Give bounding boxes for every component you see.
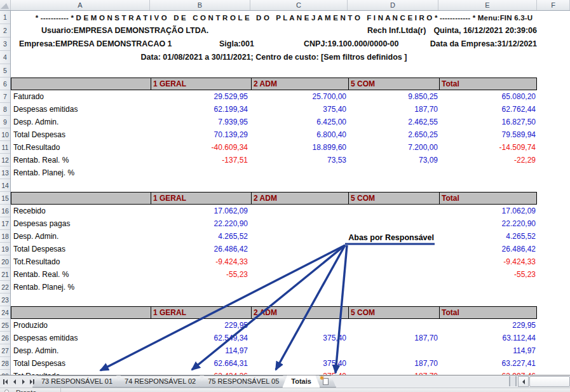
report-cell-value: 63.112,44	[440, 332, 536, 344]
usuario-text: Usuario:EMPRESA DEMONSTRAÇÃO LTDA.	[41, 24, 208, 37]
report-cell-value: 25.700,00	[251, 90, 346, 103]
row-header-7[interactable]: 7	[0, 90, 10, 103]
sheet-tab-75-responsável-05[interactable]: 75 RESPONSÁVEL 05	[199, 375, 288, 388]
report-cell-value: 187,70	[343, 103, 438, 116]
report-cell-value: 6.800,40	[251, 128, 346, 141]
row-header-6[interactable]: 6	[0, 78, 10, 90]
row-header-19[interactable]: 19	[0, 243, 10, 255]
row-header-15[interactable]: 15	[0, 192, 10, 205]
row-header-1[interactable]: 1	[0, 11, 10, 24]
row-header-11[interactable]: 11	[0, 141, 10, 154]
column-header-strip: ABCDEF	[0, 0, 570, 11]
row-header-14[interactable]: 14	[0, 179, 10, 192]
tab-scroll-splitter[interactable]	[509, 376, 517, 386]
block-header-label: Total	[439, 193, 538, 204]
row-header-12[interactable]: 12	[0, 154, 10, 166]
report-row-label: Despesas emitidas	[13, 103, 78, 116]
row-header-3[interactable]: 3	[0, 37, 10, 51]
report-cell-value: 22.220,90	[153, 217, 248, 230]
rech-text: Rech Inf.Ltda(r)	[367, 24, 426, 37]
block-header-label: 2 ADM	[251, 78, 348, 90]
report-cell-value: 62.997,46	[440, 370, 536, 375]
report-cell-value: 16.827,50	[440, 116, 536, 128]
report-cell-value: 6.425,00	[251, 116, 346, 128]
row-header-2[interactable]: 2	[0, 24, 10, 37]
row-header-20[interactable]: 20	[0, 255, 10, 268]
row-header-5[interactable]: 5	[0, 64, 10, 78]
hscroll-left-arrow[interactable]	[518, 376, 529, 387]
report-cell-value: 375,40	[251, 103, 346, 116]
report-cell-value: -137,51	[153, 154, 248, 166]
report-cell-value: 9.850,25	[343, 90, 438, 103]
macro-record-icon[interactable]	[4, 389, 9, 392]
row-header-9[interactable]: 9	[0, 116, 10, 128]
report-row-label: Total Despesas	[13, 128, 65, 141]
row-header-8[interactable]: 8	[0, 103, 10, 116]
report-cell-value: 375,40	[251, 370, 346, 375]
row-header-28[interactable]: 28	[0, 357, 10, 370]
column-header-F[interactable]: F	[537, 0, 570, 10]
row-header-13[interactable]: 13	[0, 166, 10, 179]
report-row-label: Total Despesas	[13, 357, 65, 370]
prev-sheet-button[interactable]	[10, 377, 18, 386]
report-cell-value: 187,70	[343, 357, 438, 370]
insert-star-icon: ✱	[320, 375, 325, 381]
sheet-grid[interactable]: * ----------- * D E M O N S T R A T I V …	[11, 11, 570, 375]
sigla-text: Sigla:001	[219, 37, 254, 51]
block-header-label: 2 ADM	[251, 307, 348, 318]
row-header-25[interactable]: 25	[0, 319, 10, 332]
report-cell-value: 22.220,90	[440, 217, 536, 230]
column-header-E[interactable]: E	[438, 0, 537, 10]
report-cell-value: 375,40	[251, 332, 346, 344]
row-header-29[interactable]: 29	[0, 370, 10, 375]
select-all-corner[interactable]	[0, 0, 11, 10]
report-cell-value: 229,95	[153, 319, 248, 332]
row-header-4[interactable]: 4	[0, 51, 10, 64]
report-title: * ----------- * D E M O N S T R A T I V …	[11, 11, 557, 25]
row-header-16[interactable]: 16	[0, 205, 10, 217]
report-row-label: Desp. Admin.	[13, 344, 58, 357]
column-header-B[interactable]: B	[150, 0, 250, 10]
row-header-22[interactable]: 22	[0, 281, 10, 294]
row-header-strip: 1234567891011121314151617181920212223242…	[0, 11, 11, 375]
column-header-C[interactable]: C	[250, 0, 348, 10]
row-header-24[interactable]: 24	[0, 306, 10, 319]
status-divider	[60, 388, 61, 392]
report-cell-value: 17.062,09	[153, 205, 248, 217]
sheet-tab-74-responsável-02[interactable]: 74 RESPONSÁVEL 02	[116, 375, 205, 388]
report-row-label: Total Despesas	[13, 243, 65, 255]
row-header-10[interactable]: 10	[0, 128, 10, 141]
row-header-21[interactable]: 21	[0, 268, 10, 281]
report-row-label: Rentab. Real. %	[13, 268, 69, 281]
block-header-label: 1 GERAL	[151, 193, 251, 204]
row-header-26[interactable]: 26	[0, 332, 10, 344]
report-row-label: Desp. Admin.	[13, 230, 58, 243]
report-cell-value: 18.899,60	[251, 141, 346, 154]
spreadsheet-window: ABCDEF 123456789101112131415161718192021…	[0, 0, 570, 392]
first-sheet-button[interactable]	[1, 377, 10, 386]
data-empresa-text: Data da Empresa:31/12/2021	[430, 37, 537, 51]
block-header-label: 5 COM	[348, 307, 439, 318]
sheet-tab-73-responsável-01[interactable]: 73 RESPONSÁVEL 01	[32, 375, 121, 388]
column-header-D[interactable]: D	[348, 0, 438, 10]
report-row-label: Tot.Resultado	[13, 255, 60, 268]
report-row-label: Rentab. Planej. %	[13, 281, 74, 294]
left-arrow-icon	[522, 379, 525, 384]
report-cell-value: 62.762,44	[440, 103, 536, 116]
row-header-27[interactable]: 27	[0, 344, 10, 357]
report-cell-value: 17.062,09	[440, 205, 536, 217]
row-header-23[interactable]: 23	[0, 294, 10, 306]
report-cell-value: 7.200,00	[343, 141, 438, 154]
empresa-text: Empresa:EMPRESA DEMONSTRACAO 1	[19, 37, 172, 51]
block-header-label: 2 ADM	[251, 193, 348, 204]
report-cell-value: 2.650,25	[343, 128, 438, 141]
report-cell-value: 65.080,20	[440, 90, 536, 103]
next-sheet-button[interactable]	[19, 377, 27, 386]
report-row-label: Rentab. Planej. %	[13, 166, 74, 179]
hscroll-thumb[interactable]	[529, 376, 570, 387]
block-header-row: 1 GERAL2 ADM5 COMTotal	[11, 306, 537, 319]
row-header-18[interactable]: 18	[0, 230, 10, 243]
column-header-A[interactable]: A	[11, 0, 150, 10]
sheet-tab-totais[interactable]: Totais	[282, 375, 320, 388]
row-header-17[interactable]: 17	[0, 217, 10, 230]
